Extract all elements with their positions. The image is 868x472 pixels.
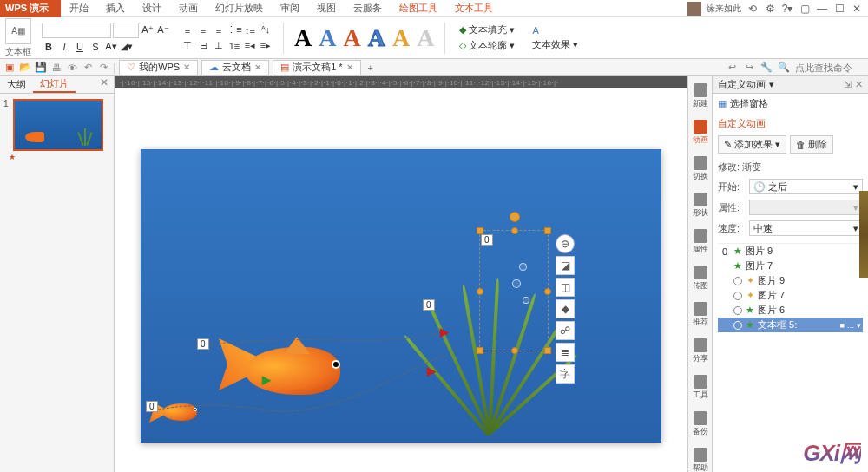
redo-icon[interactable]: ↷	[97, 62, 109, 74]
text-effect-label-button[interactable]: 文本效果▾	[529, 37, 582, 52]
anim-item-menu[interactable]: ■ … ▾	[840, 321, 861, 330]
italic-icon[interactable]: I	[57, 40, 71, 54]
text-outline-button[interactable]: ◇文本轮廓▾	[456, 38, 518, 53]
valign-bot-icon[interactable]: ⊥	[212, 39, 226, 53]
float-fill-icon[interactable]: ◪	[556, 256, 575, 275]
textdir-icon[interactable]: ᴬ↓	[259, 23, 273, 37]
minimize-icon[interactable]: —	[816, 3, 828, 15]
tool-upload[interactable]: 传图	[689, 262, 712, 295]
resize-handle-nw[interactable]	[477, 227, 483, 234]
close-icon[interactable]: ✕	[851, 3, 863, 15]
fish-large-image[interactable]	[219, 321, 358, 408]
sync-icon[interactable]: ⟲	[746, 3, 759, 15]
canvas[interactable]: ▶ ▶ ▶ 0 0 0 0	[115, 88, 687, 472]
selection-box[interactable]	[479, 230, 549, 351]
style-a3[interactable]: A	[343, 24, 360, 52]
undo-icon[interactable]: ↶	[82, 62, 94, 74]
tool-help[interactable]: 帮助	[689, 444, 712, 472]
strike-icon[interactable]: S	[89, 40, 102, 54]
slide-thumb-1[interactable]: 1	[3, 99, 110, 151]
animpane-close-icon[interactable]: ✕	[855, 79, 863, 90]
tool-share[interactable]: 分享	[689, 335, 712, 368]
anim-item[interactable]: ★图片 7	[718, 259, 863, 273]
size-select[interactable]	[113, 23, 139, 38]
textbox-group[interactable]: A▦ 文本框	[5, 18, 31, 58]
menu-insert[interactable]: 插入	[97, 0, 134, 17]
menu-review[interactable]: 审阅	[272, 0, 308, 17]
align-right-icon[interactable]: ≡	[212, 23, 226, 37]
style-a2[interactable]: A	[319, 24, 336, 52]
speed-select[interactable]: 中速▾	[749, 220, 863, 236]
style-a6[interactable]: A	[417, 24, 434, 52]
preview-icon[interactable]: 👁	[66, 62, 78, 74]
resize-handle-ne[interactable]	[544, 227, 551, 234]
add-tab-icon[interactable]: +	[365, 62, 377, 74]
menu-design[interactable]: 设计	[134, 0, 170, 17]
float-shape-icon[interactable]: ◆	[556, 299, 575, 318]
min-inner-icon[interactable]: ▢	[799, 3, 811, 15]
text-effect-button[interactable]: A	[529, 24, 582, 36]
rotate-handle[interactable]	[510, 212, 520, 222]
tool-tools[interactable]: 工具	[689, 371, 712, 404]
menu-texttools[interactable]: 文本工具	[446, 0, 502, 17]
tool-transition[interactable]: 切换	[689, 153, 712, 186]
fontcolor-icon[interactable]: A▾	[104, 40, 118, 54]
font-select[interactable]	[42, 23, 111, 38]
menu-animation[interactable]: 动画	[170, 0, 207, 17]
text-fill-button[interactable]: ◆文本填充▾	[456, 23, 518, 37]
resize-handle-n[interactable]	[511, 227, 518, 234]
tab-cloud-close[interactable]: ✕	[254, 62, 261, 72]
bold-icon[interactable]: B	[42, 40, 56, 54]
add-effect-button[interactable]: ✎添加效果▾	[718, 135, 786, 154]
maximize-icon[interactable]: ☐	[833, 3, 845, 15]
select-pane-link[interactable]: 选择窗格	[730, 97, 768, 110]
style-a1[interactable]: A	[294, 24, 312, 52]
align-left-icon[interactable]: ≡	[181, 23, 194, 37]
avatar[interactable]	[687, 2, 701, 16]
tool-shape[interactable]: 形状	[689, 189, 712, 222]
tab-mywps-close[interactable]: ✕	[183, 62, 190, 72]
print-icon[interactable]: 🖶	[50, 62, 62, 74]
tab-doc1-close[interactable]: ✕	[346, 62, 353, 72]
anim-item[interactable]: ✦图片 9	[718, 273, 863, 288]
tab-outline[interactable]: 大纲	[0, 76, 33, 93]
highlight-icon[interactable]: ◢▾	[120, 40, 134, 54]
menu-view[interactable]: 视图	[308, 0, 345, 17]
anim-item[interactable]: ✦图片 7	[718, 288, 863, 303]
search-input[interactable]	[795, 62, 865, 73]
indent-dec-icon[interactable]: ≡◂	[243, 39, 257, 53]
resize-handle-w[interactable]	[477, 288, 483, 295]
new-icon[interactable]: ▣	[3, 62, 16, 74]
animpane-pin-icon[interactable]: ⇲	[844, 79, 852, 90]
anim-item-selected[interactable]: ★文本框 5:■ … ▾	[718, 318, 863, 332]
valign-top-icon[interactable]: ⊤	[181, 39, 194, 53]
tool-anim[interactable]: 动画	[689, 116, 712, 149]
leftpane-close[interactable]: ✕	[95, 76, 114, 93]
tool-props[interactable]: 属性	[689, 226, 712, 259]
tab-doc1[interactable]: ▤演示文稿1 *✕	[273, 60, 360, 75]
start-select[interactable]: 🕒 之后▾	[749, 179, 863, 194]
style-a5[interactable]: A	[392, 24, 410, 52]
shrink-font-icon[interactable]: A⁻	[156, 23, 170, 37]
align-center-icon[interactable]: ≡	[196, 23, 210, 37]
slide[interactable]: ▶ ▶ ▶ 0 0 0 0	[141, 149, 661, 442]
tool-new[interactable]: 新建	[689, 80, 712, 113]
delete-button[interactable]: 🗑删除	[790, 135, 833, 154]
help-icon[interactable]: ?▾	[781, 3, 793, 15]
save-icon[interactable]: 💾	[35, 62, 47, 74]
tool-backup[interactable]: 备份	[689, 408, 712, 441]
resize-handle-s[interactable]	[511, 347, 518, 354]
indent-inc-icon[interactable]: ≡▸	[259, 39, 273, 53]
menu-cloud[interactable]: 云服务	[345, 0, 391, 17]
anim-item[interactable]: 0★图片 9	[718, 244, 863, 259]
tab-mywps[interactable]: ♡我的WPS✕	[119, 60, 198, 75]
nav-fwd-icon[interactable]: ↪	[743, 62, 755, 74]
float-layer-icon[interactable]: ≣	[556, 343, 575, 362]
tab-slides[interactable]: 幻灯片	[33, 76, 76, 93]
wrench-icon[interactable]: 🔧	[760, 62, 773, 74]
textbox-icon[interactable]: A▦	[5, 18, 31, 44]
bullets-icon[interactable]: ⋮≡	[227, 23, 241, 37]
resize-handle-se[interactable]	[544, 347, 551, 354]
open-icon[interactable]: 📂	[19, 62, 31, 74]
linespace-icon[interactable]: ↕≡	[243, 23, 257, 37]
